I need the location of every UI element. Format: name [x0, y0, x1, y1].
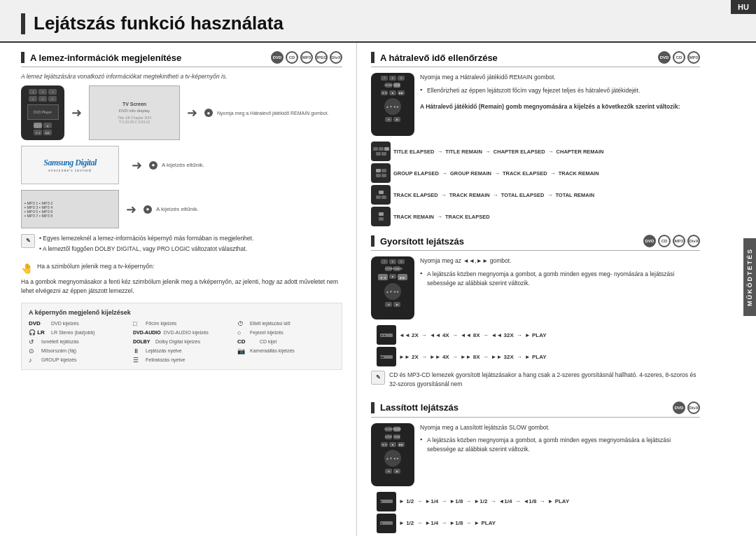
- note-box-1: ✎ • Egyes lemezeknél a lemez-információs…: [21, 234, 342, 258]
- gyors-remote-area: 789 STEPREMAIN ◄◄ ■ ▶▶ ▲▼◄►: [371, 256, 700, 319]
- legend-repeat-label: Ismételt lejátszás: [41, 339, 79, 344]
- legend-elapsed-label: Eltelt lejátszási idő: [250, 321, 290, 326]
- lassit-info-text: Nyomja meg a Lassított lejátszás SLOW go…: [420, 423, 700, 460]
- speed-arrow-1a: →: [421, 332, 427, 338]
- legend-item-cd: CD CD kijel: [237, 338, 335, 345]
- flow-item-1b: TITLE REMAIN: [445, 149, 482, 155]
- main-content: A lemez-információk megjelenítése DVD CD…: [0, 43, 756, 536]
- section-bar-2: [371, 52, 374, 63]
- lassit-speed-1g: ► PLAY: [548, 498, 570, 504]
- flow-arrow-1b: →: [485, 149, 491, 155]
- gyors-flow-remote-1: ◄◄: [377, 325, 396, 345]
- divx-icon: DivX: [330, 51, 342, 64]
- legend-item-felirat: ☰ Feliratozás nyelve: [133, 357, 230, 364]
- lassit-speed-2c: ►1/8: [449, 520, 463, 526]
- hatralevo-title: A hátralevő idő ellenőrzése: [380, 53, 658, 63]
- flow-row-2: GROUP ELAPSED → GROUP REMAIN → TRACK ELA…: [371, 163, 700, 183]
- flow-row-1: TITLE ELAPSED → TITLE REMAIN → CHAPTER E…: [371, 142, 700, 161]
- legend-main-icon: □: [133, 320, 143, 327]
- lemez-subtitle: A lemez lejátszására vonatkozó informáci…: [21, 73, 342, 80]
- lemez-info-section-header: A lemez-információk megjelenítése DVD CD…: [21, 51, 342, 67]
- legend-cd-icon: CD: [237, 338, 257, 345]
- speed-1b: ◄◄ 4X: [430, 332, 449, 338]
- lassit-speed-row-1: ▶ ► 1/2 → ►1/4 → ►1/8 → ►1/2 → ◄1/4 → ◄1…: [377, 492, 700, 511]
- hatralevo-info-text: Nyomja meg a Hátralevő játékidő REMAIN g…: [420, 73, 700, 114]
- lassit-remote: SLOWSLOW STEPREM ◄◄■▶▶ ▲▼◄► ◄▶: [371, 423, 414, 486]
- speed-2a: ►► 2X: [399, 354, 419, 360]
- note-label-2: ● A kijelzés eltűnik.: [149, 146, 204, 184]
- gyors-info: Nyomja meg az ◄◄,►► gombot.: [420, 256, 700, 266]
- note-text-2: A kijelzés eltűnik.: [162, 162, 204, 168]
- flow-arrow-3a: →: [441, 192, 447, 198]
- hatralevo-bullet: ▪ Ellenőrizheti az éppen lejátszott főcí…: [420, 86, 700, 99]
- speed-1c: ◄◄ 8X: [461, 332, 480, 338]
- remote-area-3: ▪ MP3 1 ▪ MP3 2 ▪ MP3 3 ▪ MP3 4 ▪ MP3 5 …: [21, 190, 342, 228]
- legend-dolby-label: Dolby Digital kijelzés: [155, 339, 200, 344]
- samsung-digital-display: Samsung Digital everyone's invited: [21, 146, 119, 184]
- legend-main-label: Főcím kijelzés: [146, 321, 176, 326]
- disc-icons: DVD CD MP3 JPEG DivX: [271, 51, 342, 64]
- side-tab: MŰKÖDTETÉS: [743, 238, 756, 316]
- flow-item-1c: CHAPTER ELAPSED: [493, 149, 545, 155]
- legend-lejnyelv-icon: ⏸: [133, 348, 143, 355]
- legend-title: A képernyőn megjelenő kijelzések: [29, 309, 335, 316]
- note-icon-1: ✎: [21, 234, 35, 248]
- lassit-speed-2b: ►1/4: [425, 520, 438, 526]
- mp3-icon-3: MP3: [673, 235, 685, 247]
- flow-item-1a: TITLE ELAPSED: [393, 149, 434, 155]
- legend-item-lejnyelv: ⏸ Lejátszás nyelve: [133, 348, 230, 355]
- note-text-1: Nyomja meg a Hátralevő játékidő REMAIN g…: [217, 111, 329, 116]
- legend-item-group: ♪ GROUP kijelzés: [29, 357, 126, 364]
- speed-arrow-1b: →: [452, 332, 458, 338]
- legend-lejnyelv-label: Lejátszás nyelve: [146, 348, 182, 353]
- section-bar: [21, 52, 24, 63]
- legend-fejezet-icon: ○: [237, 329, 247, 336]
- legend-fejezet-label: Fejezet kijelzés: [250, 330, 284, 335]
- cd-icon: CD: [286, 51, 298, 64]
- note-text-3: A kijelzés eltűnik.: [156, 206, 199, 212]
- cd-icon-2: CD: [673, 51, 685, 64]
- flow-arrow-4a: →: [437, 214, 442, 220]
- lassit-bullet: ▪ A lejátszás közben megnyomja a gombot,…: [420, 436, 700, 458]
- lassit-speed-1f: ◄1/8: [523, 498, 536, 504]
- gyors-info-text: Nyomja meg az ◄◄,►► gombot. ▪ A lejátszá…: [420, 256, 700, 294]
- legend-item-repeat: ↺ Ismételt lejátszás: [29, 338, 126, 345]
- gyors-section-header: Gyorsított lejátszás DVD CD MP3 DivX: [371, 235, 700, 251]
- flow-arrow-3b: →: [493, 192, 498, 198]
- samsung-logo: Samsung Digital: [43, 158, 97, 168]
- hand-area: 🤚 Ha a szimbólum jelenik meg a tv-képern…: [21, 262, 342, 275]
- gyors-bullet-text: A lejátszás közben megnyomja a gombot, a…: [427, 270, 700, 288]
- flow-remote-4: [371, 207, 391, 226]
- gyors-flow-remote-2: ▶▶: [377, 347, 396, 366]
- gyors-note-text: CD és MP3-CD lemezek gyorsított lejátszá…: [389, 371, 700, 389]
- cd-icon-3: CD: [658, 235, 671, 247]
- arrow-right-3: ➜: [132, 146, 142, 184]
- section-bar-3: [371, 235, 374, 247]
- speed-1a: ◄◄ 2X: [399, 332, 419, 338]
- arrow-right-1: ➜: [71, 85, 82, 140]
- gyors-speed-rows: ◄◄ ◄◄ 2X → ◄◄ 4X → ◄◄ 8X → ◄◄ 32X → ► PL…: [377, 325, 700, 366]
- gyors-remote: 789 STEPREMAIN ◄◄ ■ ▶▶ ▲▼◄►: [371, 256, 414, 319]
- lemez-info-title: A lemez-információk megjelenítése: [30, 53, 271, 63]
- legend-item-camera: 📷 Kameraállás kijelzés: [237, 348, 335, 355]
- lassit-speed-2a: ► 1/2: [399, 520, 414, 526]
- remote-area-1: 123 456 DVD Player INFO ▶ ◄◄▶▶: [21, 85, 342, 140]
- hatralevo-remote: 789 SLOWREM ◄◄■▶▶ ▲▼◄► ◄▶: [371, 73, 414, 136]
- legend-elapsed-icon: ⏱: [237, 320, 247, 327]
- flow-arrow-2a: →: [442, 170, 447, 177]
- flow-arrow-1c: →: [548, 149, 554, 155]
- lassit-flow-remote-1: ▶: [377, 492, 396, 511]
- speed-2c: ►► 8X: [461, 354, 480, 360]
- page-header: Lejátszás funkció használata: [0, 0, 756, 43]
- legend-camera-icon: 📷: [237, 348, 247, 355]
- flow-remote-3: [371, 185, 391, 205]
- lassit-speed-2d: ► PLAY: [474, 520, 496, 526]
- note-label-3: ● A kijelzés eltűnik.: [144, 190, 199, 228]
- jpeg-icon: JPEG: [315, 51, 328, 64]
- speed-2e: ► PLAY: [525, 354, 547, 360]
- flow-row-4: TRACK REMAIN → TRACK ELAPSED: [371, 207, 700, 226]
- hatralevo-bold-text: A Hátralevő játékidő (Remain) gomb megny…: [420, 102, 700, 111]
- speed-2b: ►► 4X: [430, 354, 449, 360]
- page-title-text: Lejátszás funkció használata: [34, 13, 284, 34]
- page-title: Lejátszás funkció használata: [21, 13, 735, 34]
